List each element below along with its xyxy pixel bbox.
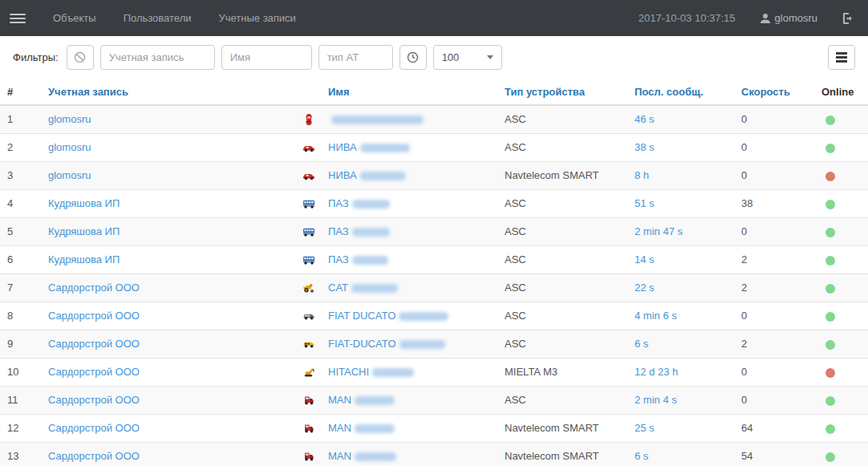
last-message-link[interactable]: 46 s: [635, 113, 655, 125]
rows-limit-value: 100: [442, 51, 460, 63]
user-menu[interactable]: glomosru: [760, 12, 817, 24]
vehicle-name-link[interactable]: FIAT DUCATO: [328, 310, 448, 322]
account-link[interactable]: Сардорстрой ООО: [48, 282, 140, 294]
online-status-dot: [825, 284, 835, 294]
device-type: Navtelecom SMART: [501, 414, 631, 442]
last-message-link[interactable]: 6 s: [635, 338, 648, 350]
vehicle-name-link[interactable]: [328, 113, 424, 125]
redacted-name: [355, 424, 395, 433]
column-header-device-type[interactable]: Тип устройства: [501, 79, 631, 105]
row-number: 10: [0, 358, 40, 386]
loader-yellow-icon: [302, 281, 315, 293]
last-message-link[interactable]: 51 s: [635, 197, 655, 209]
speed-value: 0: [737, 302, 816, 330]
account-link[interactable]: Сардорстрой ООО: [48, 422, 140, 434]
device-type: ASC: [501, 217, 631, 245]
speed-value: 2: [737, 245, 816, 274]
speed-value: 64: [737, 414, 816, 442]
vehicle-name-link[interactable]: ПАЗ: [328, 253, 388, 265]
van-gray-icon: [302, 309, 315, 321]
online-status-dot: [825, 256, 835, 265]
last-message-link[interactable]: 2 min 4 s: [635, 394, 677, 406]
logout-icon[interactable]: [842, 12, 855, 25]
online-status-dot: [825, 228, 835, 237]
column-header-account[interactable]: Учетная запись: [40, 79, 298, 105]
bus-blue-icon: [302, 225, 315, 237]
column-header-online: Online: [816, 79, 868, 105]
account-link[interactable]: Сардорстрой ООО: [48, 366, 140, 378]
vehicle-name-link[interactable]: MAN: [328, 394, 395, 406]
rows-limit-select[interactable]: 100: [433, 45, 502, 70]
redacted-name: [360, 172, 406, 180]
row-number: 1: [0, 105, 40, 133]
last-message-link[interactable]: 8 h: [635, 169, 649, 181]
accounts-table: # Учетная запись Имя Тип устройства Посл…: [0, 79, 868, 466]
last-message-link[interactable]: 22 s: [635, 282, 655, 294]
vehicle-name-link[interactable]: FIAT-DUCATO: [328, 338, 445, 350]
clear-filters-button[interactable]: [67, 45, 94, 70]
time-filter-button[interactable]: [400, 45, 427, 70]
car-top-red-icon: [302, 112, 315, 124]
account-link[interactable]: glomosru: [48, 113, 91, 125]
car-side-red-icon: [302, 140, 315, 152]
online-status-dot: [825, 424, 835, 434]
column-header-name[interactable]: Имя: [324, 79, 501, 105]
last-message-link[interactable]: 14 s: [635, 253, 655, 265]
last-message-link[interactable]: 12 d 23 h: [635, 366, 678, 378]
last-message-link[interactable]: 2 min 47 s: [635, 225, 683, 237]
row-number: 6: [0, 245, 40, 274]
speed-value: 0: [737, 386, 816, 414]
column-header-last-message[interactable]: Посл. сообщ.: [631, 79, 737, 105]
device-type: ASC: [501, 302, 631, 330]
account-link[interactable]: glomosru: [48, 169, 91, 181]
vehicle-name-link[interactable]: MAN: [328, 422, 395, 434]
vehicle-name-link[interactable]: HITACHI: [328, 366, 414, 378]
account-link[interactable]: Сардорстрой ООО: [48, 310, 140, 322]
vehicle-name-link[interactable]: MAN: [328, 450, 396, 462]
vehicle-name-link[interactable]: CAT: [328, 282, 398, 294]
nav-item-accounts[interactable]: Учетные записи: [208, 12, 306, 24]
speed-value: 0: [737, 217, 816, 245]
online-status-dot: [825, 368, 835, 378]
table-row: 6Кудряшова ИППАЗASC14 s2: [0, 245, 868, 274]
account-filter-input[interactable]: [100, 45, 215, 70]
account-link[interactable]: glomosru: [48, 141, 91, 153]
column-header-speed[interactable]: Скорость: [737, 79, 816, 105]
name-filter-input[interactable]: [221, 45, 312, 70]
redacted-name: [352, 228, 390, 237]
account-link[interactable]: Сардорстрой ООО: [48, 338, 140, 350]
online-status-dot: [825, 144, 835, 153]
online-status-dot: [825, 172, 835, 181]
last-message-link[interactable]: 38 s: [635, 141, 655, 153]
van-yellow-icon: [302, 337, 315, 349]
last-message-link[interactable]: 6 s: [635, 450, 648, 462]
vehicle-name-link[interactable]: ПАЗ: [328, 197, 390, 209]
truck-red-icon: [302, 421, 315, 433]
account-link[interactable]: Сардорстрой ООО: [48, 394, 140, 406]
account-link[interactable]: Кудряшова ИП: [48, 225, 120, 237]
table-header-row: # Учетная запись Имя Тип устройства Посл…: [0, 79, 868, 105]
device-type-filter-input[interactable]: [318, 45, 393, 70]
last-message-link[interactable]: 4 min 6 s: [635, 310, 677, 322]
account-link[interactable]: Кудряшова ИП: [48, 253, 120, 265]
vehicle-name-link[interactable]: НИВА: [328, 141, 410, 153]
vehicle-name-link[interactable]: ПАЗ: [328, 225, 390, 237]
redacted-name: [399, 312, 448, 321]
nav-item-objects[interactable]: Объекты: [43, 12, 107, 24]
menu-hamburger-icon[interactable]: [10, 11, 26, 26]
redacted-name: [352, 200, 390, 209]
row-number: 3: [0, 161, 40, 189]
vehicle-name-link[interactable]: НИВА: [328, 169, 406, 181]
table-row: 8Сардорстрой ОООFIAT DUCATOASC4 min 6 s0: [0, 302, 868, 330]
last-message-link[interactable]: 25 s: [635, 422, 655, 434]
online-status-dot: [825, 312, 835, 322]
account-link[interactable]: Кудряшова ИП: [48, 197, 120, 209]
device-type: Navtelecom SMART: [501, 442, 631, 466]
bus-blue-icon: [302, 197, 315, 209]
account-link[interactable]: Сардорстрой ООО: [48, 450, 140, 462]
nav-item-users[interactable]: Пользователи: [113, 12, 202, 24]
device-type: MIELTA M3: [501, 358, 631, 386]
table-menu-button[interactable]: [828, 45, 855, 70]
column-header-icon: [298, 79, 324, 105]
table-row: 12Сардорстрой ОООMANNavtelecom SMART25 s…: [0, 414, 868, 442]
